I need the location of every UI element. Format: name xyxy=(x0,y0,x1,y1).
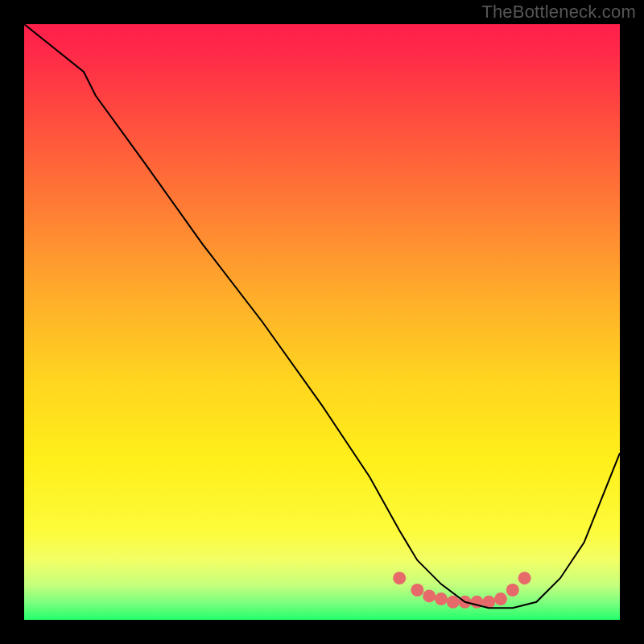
marker-point xyxy=(393,572,406,584)
marker-point xyxy=(494,592,507,605)
marker-point xyxy=(506,584,519,597)
chart-svg xyxy=(0,0,644,644)
marker-point xyxy=(435,592,448,605)
marker-point xyxy=(423,589,436,602)
marker-point xyxy=(411,584,423,597)
chart-canvas: TheBottleneck.com xyxy=(0,0,644,644)
marker-point xyxy=(447,596,460,609)
plot-background xyxy=(24,24,620,620)
marker-point xyxy=(518,572,531,584)
watermark-text: TheBottleneck.com xyxy=(481,2,636,23)
